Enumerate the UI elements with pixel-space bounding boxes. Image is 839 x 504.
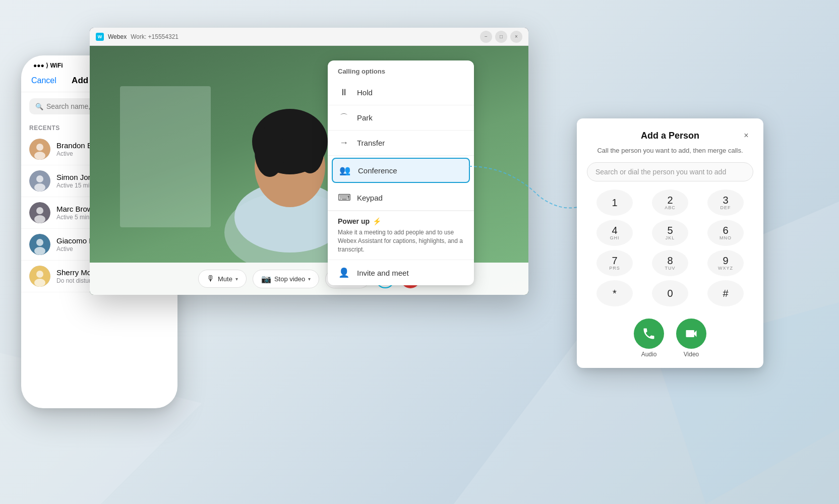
svg-point-10 [36, 207, 43, 214]
svg-point-23 [255, 127, 285, 177]
calling-option-park[interactable]: ⌒ Park [328, 105, 474, 131]
svg-point-24 [296, 125, 324, 173]
svg-point-11 [34, 215, 45, 223]
minimize-button[interactable]: − [480, 31, 492, 43]
svg-point-5 [34, 152, 45, 160]
calling-option-conference[interactable]: 👥 Conference [332, 158, 470, 183]
power-up-section: Power up ⚡ Make it a meeting to add peop… [328, 211, 474, 260]
dialpad-key-6[interactable]: 6 MNO [707, 220, 744, 246]
dialpad-key-star[interactable]: * [596, 280, 633, 306]
phone-cancel-button[interactable]: Cancel [31, 76, 56, 85]
video-call-label: Video [684, 351, 699, 358]
add-person-panel: Add a Person × Call the person you want … [577, 118, 763, 368]
conference-icon: 👥 [339, 165, 351, 176]
phone-signal-icon: ●●● ⟩ WiFi [33, 62, 63, 69]
add-person-title: Add a Person [601, 131, 739, 141]
calling-option-hold-label: Hold [357, 88, 373, 97]
calling-options-title: Calling options [328, 60, 474, 80]
add-person-close-button[interactable]: × [739, 129, 753, 143]
hold-icon: ⏸ [338, 87, 350, 98]
add-person-header: Add a Person × [577, 118, 763, 147]
close-button[interactable]: × [510, 31, 522, 43]
svg-point-14 [34, 247, 45, 255]
dialpad-action-row: Audio Video [577, 314, 763, 358]
dialpad-key-7[interactable]: 7 PRS [596, 250, 633, 276]
invite-icon: 👤 [338, 267, 350, 278]
svg-point-13 [36, 239, 43, 246]
invite-label: Invite and meet [357, 269, 409, 277]
mute-label: Mute [218, 275, 232, 283]
video-call-wrapper: Video [676, 319, 706, 358]
calling-option-hold[interactable]: ⏸ Hold [328, 80, 474, 105]
stop-video-label: Stop video [274, 275, 305, 283]
stop-video-button[interactable]: 📷 Stop video ▾ [253, 270, 319, 288]
calling-option-transfer-label: Transfer [357, 139, 385, 147]
svg-point-8 [34, 183, 45, 192]
dialpad-key-8[interactable]: 8 TUV [652, 250, 688, 276]
dialpad-key-0[interactable]: 0 [652, 280, 688, 306]
dialpad-key-4[interactable]: 4 GHI [596, 220, 633, 246]
add-person-search-input[interactable]: Search or dial the person you want to ad… [587, 162, 753, 181]
phone-search-icon: 🔍 [35, 103, 43, 110]
power-up-title: Power up ⚡ [338, 217, 464, 225]
add-person-subtitle: Call the person you want to add, then me… [577, 147, 763, 162]
transfer-icon: → [338, 138, 350, 148]
webex-window-controls: − □ × [480, 31, 522, 43]
keypad-icon: ⌨ [338, 192, 350, 203]
dialpad-key-1[interactable]: 1 [596, 190, 633, 216]
power-up-description: Make it a meeting to add people and to u… [338, 228, 464, 254]
calling-option-keypad-label: Keypad [357, 194, 383, 202]
video-call-button[interactable] [676, 319, 706, 349]
calling-option-keypad[interactable]: ⌨ Keypad [328, 185, 474, 211]
audio-call-label: Audio [641, 351, 657, 358]
svg-point-17 [34, 279, 45, 287]
webex-work-label: Work: +15554321 [131, 33, 178, 40]
dialpad-key-2[interactable]: 2 ABC [652, 190, 688, 216]
audio-call-wrapper: Audio [634, 319, 664, 358]
power-up-label: Power up [338, 217, 370, 225]
maximize-button[interactable]: □ [495, 31, 507, 43]
dialpad-key-hash[interactable]: # [707, 280, 744, 306]
dialpad: 1 2 ABC 3 DEF 4 GHI 5 JKL 6 MNO 7 PRS 8 [577, 190, 763, 306]
avatar [29, 139, 50, 160]
avatar [29, 266, 50, 287]
dialpad-key-5[interactable]: 5 JKL [652, 220, 688, 246]
calling-option-park-label: Park [357, 113, 373, 122]
chevron-down-icon: ▾ [308, 276, 311, 282]
calling-option-transfer[interactable]: → Transfer [328, 131, 474, 156]
avatar [29, 170, 50, 192]
calling-option-invite[interactable]: 👤 Invite and meet [328, 260, 474, 285]
microphone-icon: 🎙 [207, 274, 215, 283]
power-up-icon: ⚡ [373, 217, 381, 225]
avatar [29, 234, 50, 255]
chevron-down-icon: ▾ [235, 276, 238, 282]
webex-titlebar: W Webex Work: +15554321 − □ × [90, 28, 528, 46]
webex-app-name: Webex [108, 33, 127, 40]
calling-option-conference-label: Conference [358, 166, 397, 175]
svg-point-16 [36, 271, 43, 278]
audio-call-button[interactable] [634, 319, 664, 349]
camera-icon: 📷 [261, 274, 271, 284]
svg-point-4 [36, 144, 43, 151]
calling-options-popup: Calling options ⏸ Hold ⌒ Park → Transfer… [328, 60, 474, 285]
dialpad-key-3[interactable]: 3 DEF [707, 190, 744, 216]
avatar [29, 202, 50, 223]
webex-logo-icon: W [96, 33, 104, 41]
mute-button[interactable]: 🎙 Mute ▾ [198, 270, 247, 288]
park-icon: ⌒ [338, 112, 350, 123]
svg-point-7 [36, 175, 43, 182]
dialpad-key-9[interactable]: 9 WXYZ [707, 250, 744, 276]
